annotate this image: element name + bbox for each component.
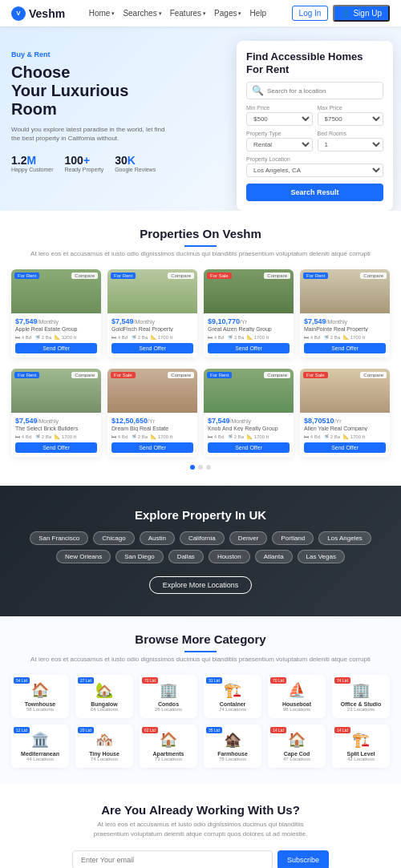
compare-button[interactable]: Compare <box>71 273 98 279</box>
compare-button[interactable]: Compare <box>264 273 290 279</box>
category-card[interactable]: 12 Ltd 🏛️ Mediterranean 44 Locations <box>11 725 69 768</box>
property-image: For Sale Compare <box>300 369 390 413</box>
category-icon: 🏠 <box>143 731 194 749</box>
property-location-label: Property Location <box>246 156 383 162</box>
category-tag: 14 Ltd <box>334 727 350 733</box>
category-card[interactable]: 31 Ltd 🏗️ Container 74 Locations <box>204 675 261 718</box>
city-tag[interactable]: Austin <box>140 531 175 545</box>
property-body: $7,549/Monthly Knob And Key Realty Group… <box>204 413 294 457</box>
compare-button[interactable]: Compare <box>264 372 290 378</box>
property-card: For Rent Compare $7,549/Monthly GoldFinc… <box>107 269 197 357</box>
beds: 🛏 4 Bd <box>208 334 224 340</box>
send-offer-button[interactable]: Send Offer <box>111 343 193 353</box>
city-tag[interactable]: Chicago <box>93 531 134 545</box>
city-tag[interactable]: San Francisco <box>30 531 88 545</box>
compare-button[interactable]: Compare <box>360 372 387 378</box>
property-tag: For Sale <box>303 372 328 378</box>
city-tag[interactable]: Houston <box>209 550 250 563</box>
category-count: 78 Locations <box>207 757 258 761</box>
category-icon: 🏠 <box>14 681 66 699</box>
category-card[interactable]: 14 Ltd 🏠 Cape Cod 47 Locations <box>268 725 326 768</box>
city-tag[interactable]: San Diego <box>115 550 163 563</box>
send-offer-button[interactable]: Send Offer <box>15 343 97 353</box>
category-name: Townhouse <box>14 701 66 707</box>
compare-button[interactable]: Compare <box>168 372 194 378</box>
nav-searches[interactable]: Searches <box>123 9 161 18</box>
sqft: 📐 1700 ft <box>55 434 76 439</box>
property-body: $7,549/Monthly The Select Brick Builders… <box>11 413 101 457</box>
category-count: 64 Locations <box>79 707 130 712</box>
property-tag: For Rent <box>303 273 328 279</box>
category-count: 47 Locations <box>271 757 322 761</box>
send-offer-button[interactable]: Send Offer <box>15 442 97 453</box>
nav-features[interactable]: Features <box>170 9 206 18</box>
bedrooms-select[interactable]: 1 2 3 <box>318 138 384 151</box>
city-tag[interactable]: Denver <box>229 531 268 545</box>
category-card[interactable]: 54 Ltd 🏠 Townhouse 58 Locations <box>11 675 69 718</box>
category-count: 23 Locations <box>335 707 387 712</box>
category-card[interactable]: 14 Ltd 🏗️ Split Level 42 Locations <box>332 725 390 768</box>
category-card[interactable]: 74 Ltd 🏢 Office & Studio 23 Locations <box>332 675 390 718</box>
nav-home[interactable]: Home <box>89 9 115 18</box>
send-offer-button[interactable]: Send Offer <box>304 343 386 353</box>
explore-section: Explore Property In UK San FranciscoChic… <box>0 486 401 616</box>
send-offer-button[interactable]: Send Offer <box>304 442 386 453</box>
property-type-select[interactable]: Rental Sale <box>246 138 313 151</box>
category-count: 42 Locations <box>335 757 387 761</box>
city-tag[interactable]: New Orleans <box>56 550 111 563</box>
category-card[interactable]: 20 Ltd 🏘️ Tiny House 74 Locations <box>75 725 133 768</box>
search-result-button[interactable]: Search Result <box>246 184 383 201</box>
category-name: Container <box>207 701 258 707</box>
category-name: Office & Studio <box>335 701 387 707</box>
category-tag: 27 Ltd <box>78 677 94 684</box>
max-price-select[interactable]: $7500 $10000 <box>318 112 384 126</box>
explore-more-button[interactable]: Explore More Locations <box>149 576 253 594</box>
category-card[interactable]: 27 Ltd 🏡 Bungalow 64 Locations <box>75 675 133 718</box>
hero-subtitle: Would you explore latest paradise in the… <box>11 125 172 143</box>
city-tag[interactable]: Atlanta <box>255 550 293 563</box>
category-card[interactable]: 70 Ltd ⛵ Houseboat 98 Locations <box>268 675 326 718</box>
properties-header: Properties On Veshm At lero eos et accus… <box>11 227 390 258</box>
property-location-select[interactable]: Los Angeles, CA <box>246 164 383 177</box>
category-name: Mediterranean <box>14 751 66 757</box>
property-body: $7,549/Monthly GoldFinch Real Property 🛏… <box>107 313 197 357</box>
browse-header: Browse More Category At lero eos et accu… <box>11 632 390 664</box>
category-card[interactable]: 35 Ltd 🏚️ Farmhouse 78 Locations <box>204 725 261 768</box>
explore-title: Explore Property In UK <box>11 508 390 522</box>
send-offer-button[interactable]: Send Offer <box>208 442 290 453</box>
nav-links: Home Searches Features Pages Help <box>89 9 268 18</box>
min-price-select[interactable]: $500 $1000 <box>246 112 313 126</box>
compare-button[interactable]: Compare <box>71 372 98 378</box>
location-input[interactable] <box>267 87 378 95</box>
brand-logo[interactable]: V Veshm <box>11 6 65 21</box>
compare-button[interactable]: Compare <box>168 273 194 279</box>
category-card[interactable]: 70 Ltd 🏢 Condos 26 Locations <box>140 675 197 718</box>
send-offer-button[interactable]: Send Offer <box>208 343 290 353</box>
city-tag[interactable]: Los Angeles <box>318 531 371 545</box>
nav-help[interactable]: Help <box>249 9 268 18</box>
property-image: For Rent Compare <box>11 269 101 313</box>
property-tag: For Rent <box>14 372 39 378</box>
dot-2[interactable] <box>198 465 203 470</box>
dot-1[interactable] <box>190 465 195 470</box>
hero-section: Buy & Rent ChooseYour Luxurious Room Wou… <box>0 26 401 211</box>
brand-name: Veshm <box>29 7 65 20</box>
city-tag[interactable]: Dallas <box>168 550 204 563</box>
nav-pages[interactable]: Pages <box>214 9 241 18</box>
search-location[interactable]: 🔍 <box>246 82 383 99</box>
cta-title: Are You Already Working With Us? <box>11 803 390 817</box>
send-offer-button[interactable]: Send Offer <box>111 442 193 453</box>
login-button[interactable]: Log In <box>292 6 329 21</box>
compare-button[interactable]: Compare <box>360 273 387 279</box>
category-icon: 🏛️ <box>14 731 66 749</box>
dot-3[interactable] <box>206 465 211 470</box>
property-features: 🛏 4 Bd 🚿 3 Ba 📐 1700 ft <box>208 334 290 340</box>
city-tag[interactable]: Portland <box>272 531 314 545</box>
city-tag[interactable]: California <box>180 531 225 545</box>
city-tag[interactable]: Las Vegas <box>298 550 345 563</box>
property-price: $7,549/Monthly <box>208 417 290 425</box>
email-input[interactable] <box>72 850 273 868</box>
category-card[interactable]: 62 Ltd 🏠 Apartments 73 Locations <box>140 725 197 768</box>
subscribe-button[interactable]: Subscribe <box>277 850 329 868</box>
signup-button[interactable]: 👤 Sign Up <box>333 5 390 22</box>
